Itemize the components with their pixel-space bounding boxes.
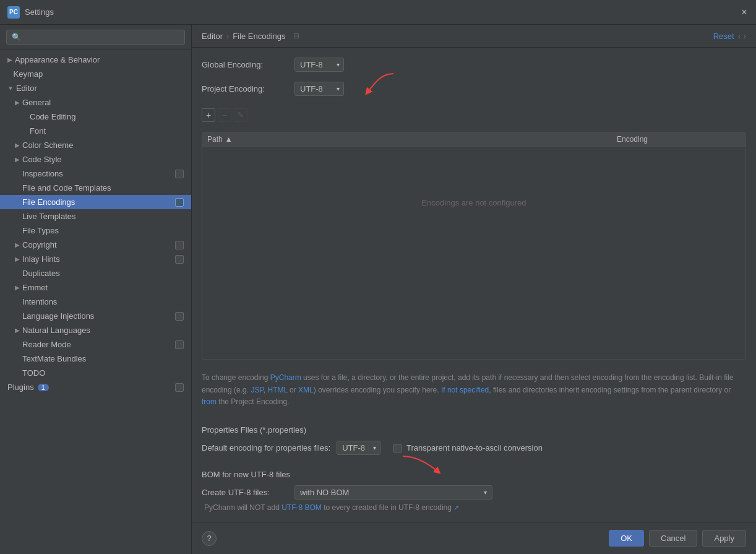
plugins-badge: 1 [38, 384, 49, 391]
bom-create-row: Create UTF-8 files: with NO BOM [202, 485, 746, 500]
sidebar-item-reader-mode[interactable]: Reader Mode [0, 337, 191, 352]
apply-button[interactable]: Apply [702, 530, 746, 547]
sidebar-item-font[interactable]: Font [0, 124, 191, 138]
sidebar-item-inspections[interactable]: Inspections [0, 167, 191, 181]
cancel-button[interactable]: Cancel [649, 530, 697, 547]
project-encoding-row: Project Encoding: UTF-8 [202, 82, 746, 96]
sidebar-item-label: Reader Mode [22, 340, 71, 349]
pin-icon[interactable]: ⊟ [293, 32, 299, 40]
sidebar-item-natural-languages[interactable]: ▶ Natural Languages [0, 323, 191, 337]
settings-icon [175, 241, 184, 249]
add-button[interactable]: + [202, 108, 215, 122]
sidebar-item-code-style[interactable]: ▶ Code Style [0, 152, 191, 167]
col-path-label: Path [207, 135, 223, 144]
sidebar-item-label: Inspections [22, 169, 63, 178]
sidebar-item-color-scheme[interactable]: ▶ Color Scheme [0, 138, 191, 152]
sidebar-item-file-code-templates[interactable]: File and Code Templates [0, 181, 191, 195]
bottom-bar: ? OK Cancel Apply [192, 522, 756, 554]
ok-button[interactable]: OK [609, 530, 644, 547]
app-icon: PC [7, 6, 20, 19]
nav-back-button[interactable]: ‹ [738, 31, 741, 41]
sidebar-item-appearance-behavior[interactable]: ▶ Appearance & Behavior [0, 53, 191, 67]
nav-tree: ▶ Appearance & Behavior Keymap ▼ Editor … [0, 50, 191, 554]
info-text: To change encoding PyCharm uses for a fi… [202, 367, 746, 413]
sidebar-item-keymap[interactable]: Keymap [0, 67, 191, 81]
sidebar-item-label: File and Code Templates [22, 183, 111, 193]
project-encoding-section: Project Encoding: UTF-8 [202, 82, 746, 98]
arrow-icon: ▶ [15, 142, 20, 149]
title-bar: PC Settings × [0, 0, 756, 25]
settings-icon [175, 170, 184, 178]
link-html: HTML [268, 386, 288, 394]
bom-create-dropdown[interactable]: with NO BOM [294, 485, 492, 500]
sidebar-item-label: General [22, 98, 51, 107]
settings-icon [175, 312, 184, 321]
bom-external-link-icon[interactable]: ↗ [453, 504, 459, 511]
content-area: Editor › File Encodings ⊟ Reset ‹ › Glob… [192, 25, 756, 554]
arrow-icon: ▼ [7, 85, 14, 92]
col-encoding-label: Encoding [617, 135, 648, 144]
sidebar-item-copyright[interactable]: ▶ Copyright [0, 238, 191, 252]
sidebar-item-label: Emmet [22, 283, 48, 292]
annotation-arrow-1 [363, 71, 400, 97]
help-button[interactable]: ? [202, 531, 217, 546]
arrow-icon: ▶ [7, 56, 12, 63]
reset-button[interactable]: Reset [713, 32, 734, 41]
sidebar-item-label: Code Style [22, 155, 62, 164]
sidebar-item-label: File Encodings [22, 197, 75, 207]
sidebar-item-emmet[interactable]: ▶ Emmet [0, 280, 191, 295]
path-encoding-table: Path ▲ Encoding Encodings are not config… [202, 132, 746, 360]
nav-forward-button[interactable]: › [743, 31, 746, 41]
close-button[interactable]: × [740, 8, 749, 17]
col-encoding: Encoding [617, 135, 741, 144]
settings-icon [175, 383, 184, 392]
sidebar-item-todo[interactable]: TODO [0, 366, 191, 380]
sidebar-item-duplicates[interactable]: Duplicates [0, 266, 191, 280]
sidebar-item-file-types[interactable]: File Types [0, 223, 191, 238]
global-encoding-row: Global Encoding: UTF-8 [202, 58, 746, 72]
sidebar-item-label: Intentions [22, 297, 57, 306]
window-title: Settings [25, 7, 740, 17]
global-encoding-dropdown[interactable]: UTF-8 [294, 58, 344, 72]
properties-encoding-wrapper: Default encoding for properties files: U… [202, 441, 746, 455]
sidebar-item-general[interactable]: ▶ General [0, 95, 191, 110]
sidebar-item-language-injections[interactable]: Language Injections [0, 309, 191, 323]
transparent-checkbox[interactable] [393, 444, 402, 452]
arrow-icon: ▶ [15, 256, 20, 262]
sidebar-item-label: Natural Languages [22, 326, 90, 335]
settings-icon [175, 255, 184, 264]
sidebar-item-plugins[interactable]: Plugins 1 [0, 380, 191, 394]
col-path-sort-icon[interactable]: ▲ [225, 135, 233, 144]
sidebar-item-code-editing[interactable]: Code Editing [0, 110, 191, 124]
annotation-arrow-2 [400, 453, 443, 477]
sidebar-item-textmate-bundles[interactable]: TextMate Bundles [0, 352, 191, 366]
sidebar-item-inlay-hints[interactable]: ▶ Inlay Hints [0, 252, 191, 266]
arrow-icon: ▶ [15, 99, 20, 106]
sidebar-item-intentions[interactable]: Intentions [0, 295, 191, 309]
arrow-icon: ▶ [15, 284, 20, 291]
arrow-icon [7, 71, 11, 77]
transparent-checkbox-row: Transparent native-to-ascii conversion [393, 443, 543, 452]
bom-heading: BOM for new UTF-8 files [202, 470, 746, 479]
col-path: Path ▲ [207, 135, 617, 144]
sidebar-item-editor[interactable]: ▼ Editor [0, 81, 191, 95]
remove-button[interactable]: − [218, 108, 231, 122]
search-input[interactable] [6, 30, 185, 45]
project-encoding-dropdown[interactable]: UTF-8 [294, 82, 344, 96]
sidebar: ▶ Appearance & Behavior Keymap ▼ Editor … [0, 25, 192, 554]
sidebar-item-label: Copyright [22, 240, 57, 249]
edit-button[interactable]: ✎ [234, 108, 247, 122]
breadcrumb-separator: › [226, 32, 229, 41]
properties-heading: Properties Files (*.properties) [202, 425, 746, 435]
link-pycharm: PyCharm [270, 373, 301, 382]
bom-create-label: Create UTF-8 files: [202, 488, 288, 497]
sidebar-item-file-encodings[interactable]: File Encodings [0, 195, 191, 209]
bom-create-value: with NO BOM [300, 488, 349, 497]
sidebar-item-live-templates[interactable]: Live Templates [0, 209, 191, 223]
project-encoding-label: Project Encoding: [202, 84, 288, 93]
transparent-label: Transparent native-to-ascii conversion [406, 443, 543, 452]
content-header: Editor › File Encodings ⊟ Reset ‹ › [192, 25, 756, 48]
link-xml: XML [298, 386, 314, 394]
properties-encoding-dropdown[interactable]: UTF-8 [337, 441, 380, 455]
plugins-label: Plugins [7, 383, 34, 392]
